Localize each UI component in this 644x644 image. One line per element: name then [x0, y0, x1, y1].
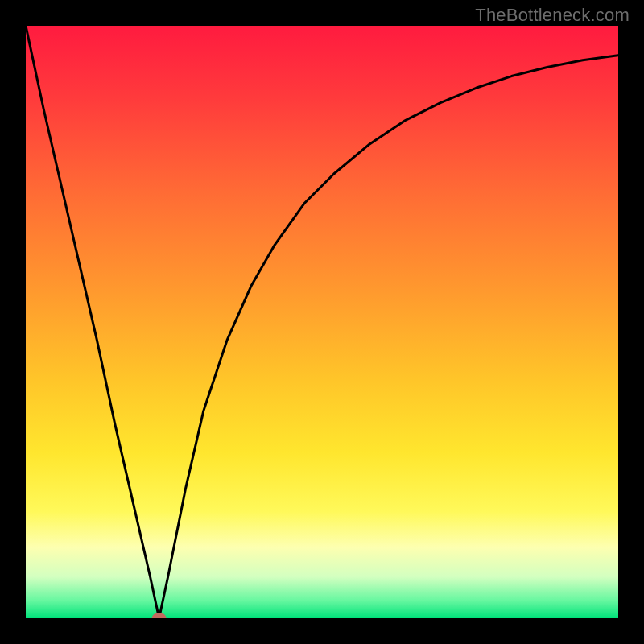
plot-area	[26, 26, 618, 618]
background-gradient	[26, 26, 618, 618]
chart-frame: TheBottleneck.com	[0, 0, 644, 644]
svg-rect-0	[26, 26, 618, 618]
watermark-text: TheBottleneck.com	[475, 5, 630, 26]
